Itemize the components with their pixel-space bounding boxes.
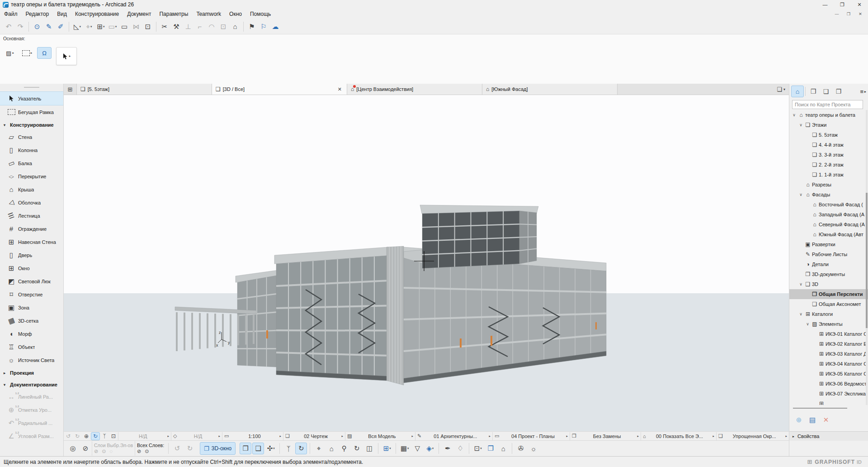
toolbox-item-объект[interactable]: ♖Объект (0, 340, 63, 353)
tab-overflow-button[interactable]: ❏▾ (777, 84, 789, 95)
close-button[interactable]: ✕ (851, 0, 868, 9)
tab--южный-фасад-[interactable]: ⌂[Южный Фасад] (482, 84, 618, 95)
viewpoint-settings-icon[interactable]: ▤ (806, 415, 819, 425)
walk-mode-icon[interactable]: ᛉ (283, 443, 294, 454)
tree-item-3-3-й-этаж[interactable]: ❏3. 3-й этаж (789, 150, 868, 160)
zoom-icon[interactable]: ⊕ (82, 432, 91, 440)
tree-item-этажи[interactable]: ∨❏Этажи (789, 120, 868, 130)
tree-item-общая-перспекти[interactable]: ❒Общая Перспекти (789, 289, 868, 299)
tree-item-3d-документы[interactable]: ❐3D-документы (789, 269, 868, 279)
menu-3[interactable]: Вид (53, 10, 71, 18)
tree-item-икэ-04-каталог-с[interactable]: ⊞ИКЭ-04 Каталог С (789, 359, 868, 369)
maximize-button[interactable]: ❐ (843, 10, 854, 18)
snap-reference-icon[interactable]: ▭▾ (107, 21, 118, 32)
tree-item-элементы[interactable]: ∨▨Элементы (789, 319, 868, 329)
orbit-gizmo-icon[interactable]: ✣▾ (265, 443, 277, 454)
selected-layers-group-icon-2[interactable]: ⊙ (102, 448, 106, 454)
fillet-icon[interactable]: ◠ (206, 21, 217, 32)
flag-icon[interactable]: ⚑ (246, 21, 257, 32)
undo-icon[interactable]: ↶ (3, 21, 14, 32)
toolbox-item-угловой-разм-[interactable]: ∠1.2Угловой Разм... (0, 429, 63, 443)
all-layers-group-icon-2[interactable]: ⊙ (145, 448, 149, 454)
toolbox-item-морф[interactable]: ◖Морф (0, 327, 63, 340)
3d-style-select[interactable]: ❑Упрощенная Окр...▸ (716, 432, 789, 440)
marquee-3d-icon[interactable]: ▦▾ (399, 443, 410, 454)
perspective-view-icon[interactable]: ❒ (240, 443, 251, 454)
tree-item-partial[interactable]: ⊞ (789, 399, 868, 405)
element-info-icon[interactable]: ⊞▾ (381, 443, 393, 454)
tree-scrollbar[interactable] (866, 110, 868, 405)
guide-lines-icon[interactable]: ◺▾ (72, 21, 83, 32)
menu-2[interactable]: Редактор (22, 10, 53, 18)
3d-viewport[interactable]: zxy (64, 95, 789, 431)
panel-menu-button[interactable]: ≡▸ (860, 88, 866, 95)
layout-book-tab[interactable]: ❏ (820, 86, 832, 97)
roof-icon[interactable]: ⌂ (230, 21, 241, 32)
resize-icon[interactable]: ⊡ (218, 21, 229, 32)
magnet-toggle-button[interactable]: Ω (37, 47, 52, 59)
tree-item-2-2-й-этаж[interactable]: ❏2. 2-й этаж (789, 160, 868, 170)
tree-item-5-5этаж[interactable]: ❏5. 5этаж (789, 130, 868, 140)
trace-reference-select[interactable]: Н/Д▸ (118, 432, 171, 440)
undo-view-icon[interactable]: ↺ (171, 443, 183, 454)
split-icon[interactable]: ✂ (159, 21, 170, 32)
tree-item-икэ-03-каталог-д[interactable]: ⊞ИКЭ-03 Каталог Д (789, 349, 868, 359)
render-settings-icon[interactable]: ❐ (485, 443, 496, 454)
renovation-filter-select[interactable]: ◇Н/Д▸ (171, 432, 222, 440)
toolbox-section-конструирование[interactable]: ▾Конструирование (0, 119, 63, 130)
project-map-search-input[interactable] (792, 100, 863, 109)
properties-section-header[interactable]: ▸ Свойства (789, 431, 868, 441)
minimize-button[interactable]: — (831, 10, 843, 18)
tree-item-развертки[interactable]: ▣Развертки (789, 239, 868, 249)
pickup-parameters-icon[interactable]: ✎ (43, 21, 54, 32)
toolbox-item-стена[interactable]: ▱Стена (0, 130, 63, 143)
toolbox-item-крыша[interactable]: ⌂Крыша (0, 183, 63, 196)
toolbox-item-зона[interactable]: ▣Зона (0, 301, 63, 314)
delete-viewpoint-icon[interactable]: ✕ (819, 415, 833, 425)
menu-5[interactable]: Документ (123, 10, 155, 18)
menu-6[interactable]: Параметры (155, 10, 192, 18)
selected-layers-group-icon-3[interactable]: ◌ (109, 448, 113, 454)
adjust-icon[interactable]: ⚒ (171, 21, 182, 32)
flag-list-icon[interactable]: ⚐ (258, 21, 269, 32)
toolbox-item-балка[interactable]: ▭Балка (0, 157, 63, 170)
project-map-tab[interactable]: ⌂ (791, 86, 804, 97)
view-map-tab[interactable]: ❒ (807, 86, 820, 97)
toolbox-item-бегущая-рамка[interactable]: Бегущая Рамка (0, 105, 63, 119)
edit-selection-icon[interactable]: ⊡ (142, 21, 153, 32)
toolbox-item-световой-люк[interactable]: ◩Световой Люк (0, 275, 63, 288)
sun-study-icon[interactable]: ☼ (528, 443, 539, 454)
intersect-icon[interactable]: ⌐ (194, 21, 205, 32)
tree-item-3d[interactable]: ∨❑3D (789, 279, 868, 289)
element-filter-select[interactable]: ⌂00 Показать Все Э...▸ (641, 432, 716, 440)
align-icon[interactable]: ⊥ (183, 21, 193, 32)
quad-view-button[interactable]: ⊞ (64, 84, 77, 95)
menu-8[interactable]: Окно (225, 10, 246, 18)
toolbox-item-колонна[interactable]: ▯Колонна (0, 143, 63, 157)
tree-item-икэ-02-каталог-е[interactable]: ⊞ИКЭ-02 Каталог Е (789, 339, 868, 349)
toolbox-grip[interactable] (24, 87, 39, 88)
minimize-button[interactable]: — (816, 0, 834, 9)
tree-item-детали[interactable]: ◑Детали (789, 259, 868, 269)
chevron-expanded-icon[interactable]: ∨ (798, 192, 804, 197)
toolbox-item-лестница[interactable]: ☰Лестница (0, 209, 63, 222)
visibility-swap-icon[interactable]: ◎ (67, 443, 79, 454)
tree-item-каталоги[interactable]: ∨⊞Каталоги (789, 309, 868, 319)
cloud-icon[interactable]: ☁ (270, 21, 281, 32)
menu-1[interactable]: Файл (0, 10, 22, 18)
toolbox-item-дверь[interactable]: ▯Дверь (0, 248, 63, 262)
chevron-expanded-icon[interactable]: ∨ (798, 312, 804, 316)
publisher-tab[interactable]: ❐ (832, 86, 845, 97)
scale-select[interactable]: ▭1:100▸ (222, 432, 283, 440)
toolbox-item-отметка-уро-[interactable]: ⊕1.2Отметка Уро... (0, 403, 63, 416)
trim-icon[interactable]: ⋈ (131, 21, 142, 32)
inject-parameters-icon[interactable]: ✐ (55, 21, 66, 32)
toolbox-item-источник-света[interactable]: ☼Источник Света (0, 353, 63, 367)
tree-item-восточный-фасад-[interactable]: ⌂Восточный Фасад ( (789, 200, 868, 210)
toolbox-section-проекция[interactable]: ▸Проекция (0, 367, 63, 378)
3d-window-button[interactable]: ❐3D-окно (200, 442, 236, 455)
redo-icon[interactable]: ↷ (15, 21, 26, 32)
toolbox-section-документирование[interactable]: ▾Документирование (0, 379, 63, 390)
photo-camera-icon[interactable]: ⊡▾ (472, 443, 484, 454)
redo-view-icon[interactable]: ↻ (184, 443, 196, 454)
